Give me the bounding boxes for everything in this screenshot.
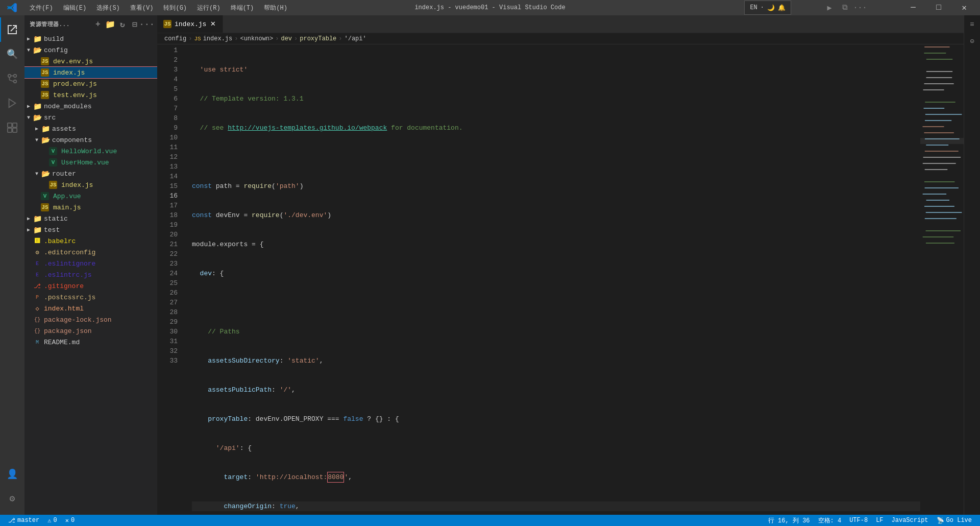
more-actions-button[interactable]: ··· xyxy=(852,0,868,15)
folder-open-icon: 📂 xyxy=(41,170,50,178)
tree-item-eslintrc[interactable]: E .eslintrc.js xyxy=(24,269,157,280)
tree-item-gitignore[interactable]: ⎇ .gitignore xyxy=(24,280,157,292)
ln-23: 23 xyxy=(157,259,178,269)
settings-activity-icon[interactable]: ⚙ xyxy=(0,486,24,511)
debug-activity-icon[interactable] xyxy=(0,91,24,115)
tree-item-router[interactable]: ▼ 📂 router xyxy=(24,168,157,179)
token: , xyxy=(348,472,352,482)
tree-item-pkg-lock[interactable]: {} package-lock.json xyxy=(24,314,157,325)
breadcrumb-config[interactable]: config xyxy=(164,35,186,42)
tree-item-main-js[interactable]: JS main.js xyxy=(24,202,157,213)
main-content: 🔍 👤 ⚙ xyxy=(0,15,980,515)
tree-arrow: ▶ xyxy=(24,36,33,42)
breadcrumb-proxytable[interactable]: proxyTable xyxy=(300,35,336,42)
token: devEnv xyxy=(216,210,244,220)
tree-item-components[interactable]: ▼ 📂 components xyxy=(24,134,157,146)
menu-terminal[interactable]: 终端(T) xyxy=(226,3,259,13)
tree-item-pkg-json[interactable]: {} package.json xyxy=(24,325,157,337)
ln-11: 11 xyxy=(157,142,178,152)
ln-28: 28 xyxy=(157,307,178,317)
moon-icon: 🌙 xyxy=(767,4,775,12)
run-button[interactable]: ▶ xyxy=(822,0,837,15)
menu-select[interactable]: 选择(S) xyxy=(91,3,125,13)
warning-count[interactable]: ⚠ 0 xyxy=(43,515,61,526)
breadcrumb-unknown[interactable]: <unknown> xyxy=(240,35,273,42)
code-content[interactable]: 'use strict' // Template version: 1.3.1 … xyxy=(184,44,920,515)
js-file-icon: JS xyxy=(41,68,49,77)
token: assetsSubDirectory xyxy=(192,356,280,366)
window-title: index.js - vuedemo01 - Visual Studio Cod… xyxy=(414,4,565,11)
ln-6: 6 xyxy=(157,94,178,104)
breadcrumb-sep: › xyxy=(188,35,192,42)
explorer-activity-icon[interactable] xyxy=(0,17,24,42)
menu-file[interactable]: 文件(F) xyxy=(24,3,58,13)
more-button[interactable]: ··· xyxy=(142,19,152,30)
token: target xyxy=(192,472,248,482)
collapse-button[interactable]: ⊟ xyxy=(130,19,140,30)
menu-view[interactable]: 查看(V) xyxy=(125,3,159,13)
tree-item-app-vue[interactable]: V App.vue xyxy=(24,190,157,202)
tree-item-prod-env[interactable]: JS prod.env.js xyxy=(24,78,157,89)
folder-icon: 📁 xyxy=(41,125,50,133)
eol-status[interactable]: LF xyxy=(872,515,887,526)
tree-item-index-html[interactable]: ◇ index.html xyxy=(24,303,157,314)
refresh-button[interactable]: ↻ xyxy=(117,19,128,30)
tree-item-build[interactable]: ▶ 📁 build xyxy=(24,33,157,44)
babel-icon: 🅱 xyxy=(33,238,42,244)
tree-item-postcssrc[interactable]: P .postcssrc.js xyxy=(24,292,157,303)
menu-run[interactable]: 运行(R) xyxy=(192,3,226,13)
title-bar: 文件(F) 编辑(E) 选择(S) 查看(V) 转到(G) 运行(R) 终端(T… xyxy=(0,0,980,15)
close-button[interactable]: ✕ xyxy=(952,0,976,15)
error-count[interactable]: ✕ 0 xyxy=(61,515,79,526)
tree-item-static[interactable]: ▶ 📁 static xyxy=(24,213,157,224)
tab-close-button[interactable]: ✕ xyxy=(209,20,216,28)
menu-goto[interactable]: 转到(G) xyxy=(158,3,192,13)
tree-item-readme[interactable]: M README.md xyxy=(24,337,157,348)
tree-item-config[interactable]: ▼ 📂 config xyxy=(24,44,157,56)
breadcrumb-dev[interactable]: dev xyxy=(281,35,292,42)
tree-item-test-env[interactable]: JS test.env.js xyxy=(24,89,157,101)
tree-item-src[interactable]: ▼ 📂 src xyxy=(24,112,157,123)
git-activity-icon[interactable] xyxy=(0,66,24,91)
tree-item-node-modules[interactable]: ▶ 📁 node_modules xyxy=(24,101,157,112)
token: // Paths xyxy=(192,327,240,337)
language-status[interactable]: JavaScript xyxy=(888,515,933,526)
split-editor-button[interactable]: ⧉ xyxy=(837,0,852,15)
new-file-button[interactable]: + xyxy=(93,19,103,30)
tree-item-dev-env[interactable]: JS dev.env.js xyxy=(24,56,157,67)
tree-item-router-index[interactable]: JS index.js xyxy=(24,179,157,190)
outline-icon[interactable]: ≡ xyxy=(965,17,979,32)
tree-item-test[interactable]: ▶ 📁 test xyxy=(24,224,157,235)
tree-item-assets[interactable]: ▶ 📁 assets xyxy=(24,123,157,134)
token: const xyxy=(192,210,216,220)
breadcrumb-api[interactable]: '/api' xyxy=(344,35,366,42)
git-branch-status[interactable]: ⎇ master xyxy=(4,515,43,526)
tree-item-index-js[interactable]: JS index.js xyxy=(24,67,157,78)
menu-edit[interactable]: 编辑(E) xyxy=(58,3,92,13)
tree-item-eslintignore[interactable]: E .eslintignore xyxy=(24,258,157,269)
golive-status[interactable]: 📡 Go Live xyxy=(933,515,976,526)
indent-status[interactable]: 空格: 4 xyxy=(814,515,846,526)
tree-item-babelrc[interactable]: 🅱 .babelrc xyxy=(24,235,157,247)
timeline-icon[interactable]: ⊙ xyxy=(965,34,979,48)
new-folder-button[interactable]: 📁 xyxy=(105,19,115,30)
maximize-button[interactable]: □ xyxy=(927,0,950,15)
account-activity-icon[interactable]: 👤 xyxy=(0,462,24,486)
tree-item-editorconfig[interactable]: ⚙ .editorconfig xyxy=(24,247,157,258)
code-line-6: const devEnv = require('./dev.env') xyxy=(192,210,920,220)
menu-help[interactable]: 帮助(H) xyxy=(259,3,292,13)
tab-index-js[interactable]: JS index.js ✕ xyxy=(157,15,223,33)
tree-item-userhome[interactable]: V UserHome.vue xyxy=(24,157,157,168)
search-activity-icon[interactable]: 🔍 xyxy=(0,42,24,66)
cursor-position[interactable]: 行 16, 列 36 xyxy=(764,515,814,526)
tree-item-helloworld[interactable]: V HelloWorld.vue xyxy=(24,146,157,157)
token: : xyxy=(387,414,391,424)
code-line-14: '/api': { xyxy=(192,443,920,453)
token[interactable]: http://vuejs-templates.github.io/webpack xyxy=(228,123,387,133)
tree-label: static xyxy=(44,215,68,223)
encoding-status[interactable]: UTF-8 xyxy=(845,515,872,526)
breadcrumb-file[interactable]: index.js xyxy=(203,35,233,42)
extensions-activity-icon[interactable] xyxy=(0,115,24,140)
minimize-button[interactable]: ─ xyxy=(901,0,925,15)
token: 'path' xyxy=(276,181,300,191)
